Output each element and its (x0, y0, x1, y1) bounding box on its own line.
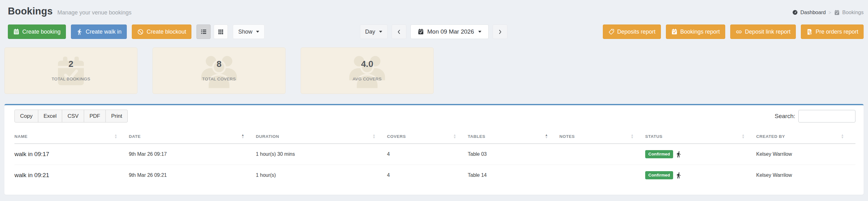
pre-orders-report-button[interactable]: Pre orders report (801, 25, 864, 39)
cell-status: Confirmed (645, 144, 756, 165)
create-walkin-button[interactable]: Create walk in (71, 25, 127, 39)
sort-arrows: ▲▼ (742, 134, 745, 139)
toolbar: Create booking Create walk in Create blo… (0, 25, 868, 39)
chevron-down-icon (256, 31, 259, 33)
sort-arrows: ▲▼ (631, 134, 634, 139)
grid-view-toggle[interactable] (214, 25, 228, 39)
column-header-date[interactable]: DATE ▲▼ (129, 129, 256, 144)
next-date-button[interactable] (493, 25, 507, 39)
stat-label: AVG COVERS (301, 77, 433, 81)
bookings-report-label: Bookings report (680, 29, 720, 35)
breadcrumb: Dashboard > Bookings (792, 9, 864, 16)
deposit-link-report-button[interactable]: Deposit link report (730, 25, 796, 39)
create-actions-group: Create booking Create walk in Create blo… (8, 25, 265, 39)
list-view-icon (200, 28, 207, 35)
create-booking-button[interactable]: Create booking (8, 25, 66, 39)
search-area: Search: (775, 110, 856, 122)
cell-name: walk in 09:21 (14, 165, 129, 186)
cell-created-by: Kelsey Warrilow (756, 144, 856, 165)
column-header-notes[interactable]: NOTES ▲▼ (560, 129, 645, 144)
bookings-report-button[interactable]: Bookings report (666, 25, 725, 39)
breadcrumb-item-bookings: Bookings (834, 9, 864, 16)
sort-arrows: ▲▼ (114, 134, 117, 139)
column-header-created-by[interactable]: CREATED BY ▲▼ (756, 129, 856, 144)
pre-orders-report-label: Pre orders report (815, 29, 858, 35)
people-icon (301, 50, 433, 94)
table-toolbar: Copy Excel CSV PDF Print Search: (14, 110, 856, 122)
sort-arrows: ▲▼ (372, 134, 376, 139)
table-row[interactable]: walk in 09:17 9th Mar 26 09:17 1 hour(s)… (14, 144, 856, 165)
sort-arrows: ▲▼ (545, 134, 548, 139)
list-view-toggle[interactable] (196, 25, 211, 39)
create-walkin-label: Create walk in (86, 29, 121, 35)
deposits-report-button[interactable]: Deposits report (603, 25, 661, 39)
date-picker-button[interactable]: Mon 09 Mar 2026 (410, 25, 489, 39)
search-input[interactable] (798, 110, 856, 122)
print-button[interactable]: Print (105, 110, 128, 122)
stat-value: 8 (153, 59, 285, 69)
breadcrumb-separator: > (829, 10, 831, 15)
copy-button[interactable]: Copy (14, 110, 38, 122)
interval-dropdown-button[interactable]: Day (360, 25, 388, 39)
stats-row: 2 TOTAL BOOKINGS 8 TOTAL COVERS 4.0 AVG … (4, 48, 864, 94)
column-header-status[interactable]: STATUS ▲▼ (645, 129, 756, 144)
walking-person-icon (675, 172, 682, 179)
cell-name: walk in 09:17 (14, 144, 129, 165)
walking-person-icon (76, 29, 83, 35)
pdf-button[interactable]: PDF (84, 110, 106, 122)
prev-date-button[interactable] (392, 25, 406, 39)
calendar-check-icon (671, 29, 678, 35)
chevron-down-icon (478, 31, 482, 33)
status-badge: Confirmed (645, 150, 673, 158)
dashboard-speedometer-icon (792, 9, 798, 16)
page-header: Bookings Manage your venue bookings Dash… (0, 0, 868, 17)
view-toggle-group (196, 25, 228, 39)
status-badge: Confirmed (645, 171, 673, 179)
search-label: Search: (775, 113, 795, 120)
column-header-covers[interactable]: COVERS ▲▼ (387, 129, 468, 144)
deposit-link-report-label: Deposit link report (745, 29, 790, 35)
show-dropdown-button[interactable]: Show (233, 25, 265, 39)
link-icon (736, 29, 742, 35)
table-row[interactable]: walk in 09:21 9th Mar 26 09:21 1 hour(s)… (14, 165, 856, 186)
show-label: Show (238, 29, 252, 35)
people-icon (153, 50, 285, 94)
stat-label: TOTAL COVERS (153, 77, 285, 81)
export-buttons-group: Copy Excel CSV PDF Print (14, 110, 128, 122)
stat-label: TOTAL BOOKINGS (5, 77, 137, 81)
create-blockout-button[interactable]: Create blockout (132, 25, 191, 39)
sort-arrows: ▲▼ (841, 134, 844, 139)
ban-icon (137, 29, 144, 35)
cell-notes (560, 144, 645, 165)
chevron-down-icon (379, 31, 382, 33)
stat-card-total-covers: 8 TOTAL COVERS (153, 48, 285, 94)
excel-button[interactable]: Excel (38, 110, 62, 122)
chevron-right-icon (497, 29, 503, 35)
calendar-check-icon (5, 50, 137, 94)
deposits-report-label: Deposits report (617, 29, 656, 35)
column-header-tables[interactable]: TABLES ▲▼ (468, 129, 559, 144)
calendar-check-icon (834, 10, 840, 16)
calendar-check-icon (418, 29, 424, 35)
sort-arrows: ▲▼ (241, 134, 244, 139)
bookings-table: NAME ▲▼ DATE ▲▼ DURATION ▲▼ COVERS ▲▼ TA… (14, 129, 856, 185)
column-header-duration[interactable]: DURATION ▲▼ (256, 129, 387, 144)
cell-covers: 4 (387, 144, 468, 165)
reports-group: Deposits report Bookings report Deposit … (603, 25, 864, 39)
cell-tables: Table 03 (468, 144, 559, 165)
create-booking-label: Create booking (22, 29, 61, 35)
breadcrumb-item-dashboard[interactable]: Dashboard (792, 9, 826, 16)
cell-date: 9th Mar 26 09:21 (129, 165, 256, 186)
breadcrumb-dashboard-label: Dashboard (801, 9, 826, 16)
grid-view-icon (217, 29, 224, 35)
interval-label: Day (365, 29, 375, 35)
stat-card-total-bookings: 2 TOTAL BOOKINGS (4, 48, 137, 94)
page-title: Bookings (8, 6, 53, 17)
cell-created-by: Kelsey Warrilow (756, 165, 856, 186)
column-header-name[interactable]: NAME ▲▼ (14, 129, 129, 144)
page-subtitle: Manage your venue bookings (57, 9, 131, 16)
csv-button[interactable]: CSV (62, 110, 84, 122)
cell-duration: 1 hour(s) (256, 165, 387, 186)
tag-icon (608, 29, 615, 35)
calendar-icon (13, 29, 20, 35)
